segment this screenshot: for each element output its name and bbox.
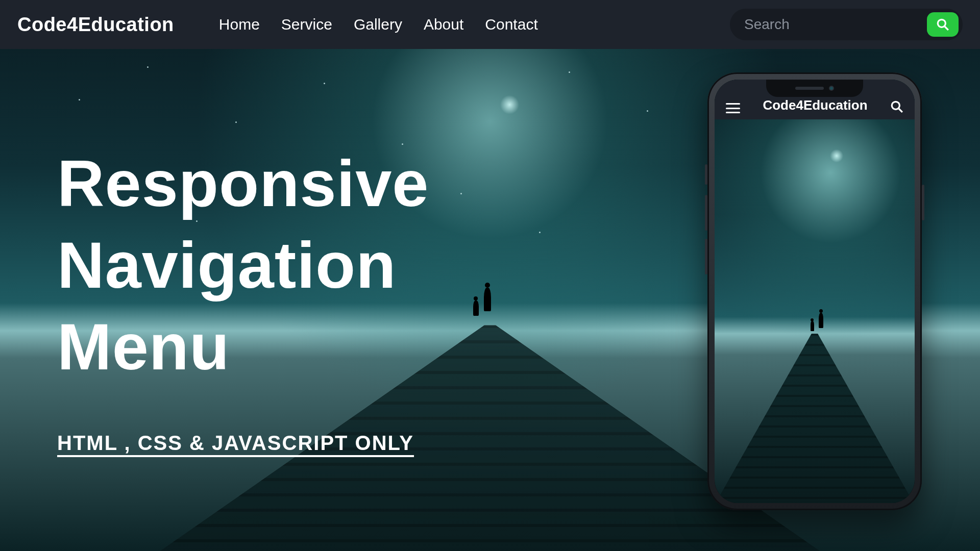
star-icon: [235, 121, 237, 123]
phone-notch: [766, 80, 863, 97]
brand-logo[interactable]: Code4Education: [17, 14, 174, 36]
search-icon: [890, 100, 903, 113]
nav-link-gallery[interactable]: Gallery: [354, 16, 402, 33]
phone-camera: [829, 86, 834, 91]
star-icon: [324, 83, 325, 84]
mobile-pier: [715, 334, 915, 503]
star-icon: [569, 71, 570, 73]
star-icon: [539, 232, 541, 233]
mobile-brand-logo[interactable]: Code4Education: [763, 97, 867, 113]
hero-title: Responsive Navigation Menu: [57, 143, 429, 388]
navbar: Code4Education Home Service Gallery Abou…: [0, 0, 980, 49]
phone-mockup: Code4Education: [707, 72, 922, 510]
phone-screen: Code4Education: [715, 80, 915, 503]
hero-subtitle: HTML , CSS & JAVASCRIPT ONLY: [57, 432, 429, 455]
phone-side-button: [705, 195, 707, 231]
star-icon: [460, 193, 462, 194]
silhouette-child: [473, 300, 479, 316]
phone-side-button: [922, 185, 924, 220]
search-input[interactable]: [744, 16, 927, 33]
silhouette-adult: [484, 288, 491, 311]
mobile-silhouette-adult: [819, 313, 823, 328]
nav-link-service[interactable]: Service: [281, 16, 332, 33]
svg-point-0: [938, 19, 945, 27]
nav-link-home[interactable]: Home: [219, 16, 260, 33]
nav-link-contact[interactable]: Contact: [485, 16, 537, 33]
search-button[interactable]: [927, 12, 959, 37]
mobile-search-button[interactable]: [890, 100, 903, 113]
svg-line-1: [944, 26, 948, 30]
page-root: Code4Education Home Service Gallery Abou…: [0, 0, 980, 551]
search-box: [730, 9, 963, 40]
nav-links: Home Service Gallery About Contact: [219, 16, 538, 33]
search-icon: [936, 18, 949, 31]
star-icon: [79, 99, 80, 101]
phone-side-button: [705, 239, 707, 274]
hero-section: Responsive Navigation Menu HTML , CSS & …: [57, 143, 429, 455]
mobile-hero-bg: [715, 80, 915, 503]
svg-point-2: [892, 102, 899, 109]
mobile-silhouette-child: [811, 321, 814, 331]
star-icon: [647, 110, 648, 112]
nav-link-about[interactable]: About: [424, 16, 463, 33]
svg-line-3: [898, 108, 902, 112]
star-icon: [147, 66, 149, 68]
phone-speaker: [795, 87, 824, 90]
hamburger-icon[interactable]: [726, 103, 740, 113]
phone-side-button: [705, 164, 707, 185]
